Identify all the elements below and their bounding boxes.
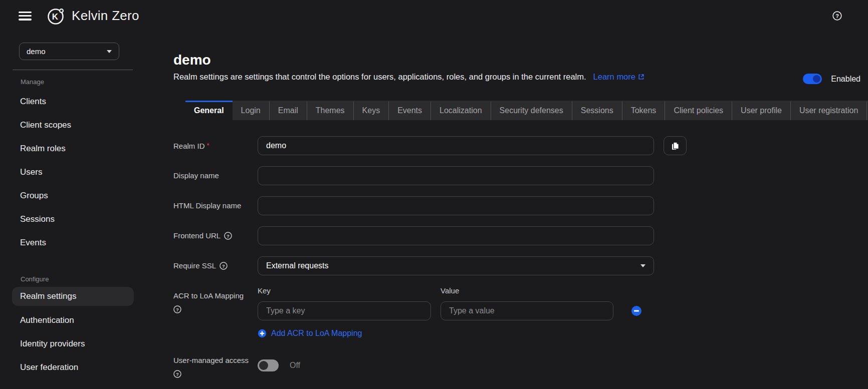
svg-text:?: ? <box>176 307 179 312</box>
sidebar-item-realm-roles[interactable]: Realm roles <box>0 137 140 160</box>
realm-selector-value: demo <box>27 47 46 56</box>
tab-email[interactable]: Email <box>269 101 307 120</box>
kelvin-zero-logo-icon: K <box>46 6 66 26</box>
tab-localization[interactable]: Localization <box>430 101 491 120</box>
acr-key-header: Key <box>258 286 431 295</box>
frontend-url-row: Frontend URL? <box>173 226 868 245</box>
svg-text:?: ? <box>176 371 179 377</box>
tab-user-profile[interactable]: User profile <box>732 101 790 120</box>
require-ssl-label: Require SSL? <box>173 256 258 275</box>
tab-login[interactable]: Login <box>233 101 269 120</box>
copy-icon <box>671 141 680 151</box>
svg-text:?: ? <box>835 13 839 19</box>
nav-section-configure: Configure <box>21 275 140 283</box>
plus-circle-icon <box>258 329 267 338</box>
sidebar-item-authentication[interactable]: Authentication <box>0 308 140 332</box>
sidebar-item-clients[interactable]: Clients <box>0 90 140 113</box>
toggle-knob <box>259 361 268 370</box>
help-icon[interactable]: ? <box>832 11 842 21</box>
chevron-down-icon <box>107 50 112 53</box>
tab-keys[interactable]: Keys <box>353 101 389 120</box>
sidebar: demo Manage Clients Client scopes Realm … <box>0 32 140 389</box>
remove-acr-mapping-button[interactable] <box>631 305 642 316</box>
page-header: demo Realm settings are settings that co… <box>173 53 868 82</box>
user-managed-access-toggle[interactable] <box>258 359 279 371</box>
require-ssl-help-icon[interactable]: ? <box>220 262 228 270</box>
tab-tokens[interactable]: Tokens <box>622 101 665 120</box>
tab-themes[interactable]: Themes <box>307 101 353 120</box>
add-acr-mapping-link[interactable]: Add ACR to LoA Mapping <box>258 329 362 338</box>
frontend-url-label: Frontend URL? <box>173 226 258 245</box>
manage-nav: Clients Client scopes Realm roles Users … <box>0 90 140 254</box>
tab-client-policies[interactable]: Client policies <box>665 101 732 120</box>
tab-events[interactable]: Events <box>388 101 430 120</box>
enabled-toggle[interactable] <box>803 74 822 84</box>
toggle-knob <box>813 75 820 83</box>
display-name-label: Display name <box>173 166 258 185</box>
tab-bar: General Login Email Themes Keys Events L… <box>185 101 868 120</box>
frontend-url-input[interactable] <box>258 226 654 245</box>
minus-circle-icon <box>631 305 642 316</box>
realm-id-input[interactable] <box>258 136 654 155</box>
display-name-input[interactable] <box>258 166 654 185</box>
acr-key-column: Key <box>258 286 431 320</box>
nav-section-manage: Manage <box>21 78 140 86</box>
required-asterisk: * <box>207 142 209 149</box>
sidebar-item-client-scopes[interactable]: Client scopes <box>0 113 140 137</box>
realm-enabled-control: Enabled <box>803 74 860 84</box>
enabled-label: Enabled <box>831 75 860 84</box>
brand-name: Kelvin Zero <box>72 8 139 24</box>
require-ssl-selected-value: External requests <box>266 261 329 270</box>
display-name-row: Display name <box>173 166 868 185</box>
main-content: demo Realm settings are settings that co… <box>140 32 868 389</box>
html-display-name-row: HTML Display name <box>173 196 868 215</box>
acr-mapping-row: ACR to LoA Mapping ? Key Value <box>173 286 868 340</box>
user-managed-access-help-icon[interactable]: ? <box>173 370 181 378</box>
realm-selector[interactable]: demo <box>19 43 119 60</box>
require-ssl-select[interactable]: External requests <box>258 256 654 275</box>
svg-text:?: ? <box>222 263 225 269</box>
frontend-url-help-icon[interactable]: ? <box>224 232 232 240</box>
tab-sessions[interactable]: Sessions <box>572 101 622 120</box>
tab-user-registration[interactable]: User registration <box>790 101 866 120</box>
acr-value-header: Value <box>441 286 613 295</box>
realm-id-label: Realm ID* <box>173 136 258 155</box>
realm-id-row: Realm ID* <box>173 136 868 155</box>
sidebar-item-users[interactable]: Users <box>0 160 140 184</box>
page-description: Realm settings are settings that control… <box>173 72 868 82</box>
configure-nav: Realm settings Authentication Identity p… <box>0 287 140 379</box>
copy-button[interactable] <box>664 136 687 155</box>
learn-more-link[interactable]: Learn more <box>593 72 644 81</box>
acr-value-input[interactable] <box>441 301 613 320</box>
acr-mapping-help-icon[interactable]: ? <box>173 305 181 313</box>
user-managed-access-state: Off <box>290 361 300 370</box>
sidebar-item-sessions[interactable]: Sessions <box>0 207 140 231</box>
sidebar-item-groups[interactable]: Groups <box>0 184 140 207</box>
acr-key-input[interactable] <box>258 301 431 320</box>
acr-value-column: Value <box>441 286 613 320</box>
page-description-text: Realm settings are settings that control… <box>173 72 586 81</box>
svg-text:?: ? <box>227 233 230 239</box>
sidebar-item-identity-providers[interactable]: Identity providers <box>0 332 140 355</box>
chevron-down-icon <box>640 264 645 267</box>
brand: K Kelvin Zero <box>46 6 139 26</box>
html-display-name-input[interactable] <box>258 196 654 215</box>
general-settings-form: Realm ID* Display name HTML Display name <box>173 136 868 378</box>
hamburger-menu-icon[interactable] <box>19 12 32 21</box>
sidebar-item-user-federation[interactable]: User federation <box>0 355 140 379</box>
external-link-icon <box>638 74 644 80</box>
topbar: K Kelvin Zero ? <box>0 0 868 32</box>
require-ssl-row: Require SSL? External requests <box>173 256 868 275</box>
sidebar-item-events[interactable]: Events <box>0 231 140 254</box>
tab-security-defenses[interactable]: Security defenses <box>491 101 572 120</box>
sidebar-item-realm-settings[interactable]: Realm settings <box>12 287 134 306</box>
tab-general[interactable]: General <box>185 101 233 120</box>
page-title: demo <box>173 53 868 68</box>
user-managed-access-row: User-managed access ? Off <box>173 351 868 378</box>
user-managed-access-label: User-managed access ? <box>173 351 258 378</box>
html-display-name-label: HTML Display name <box>173 196 258 215</box>
acr-mapping-label: ACR to LoA Mapping ? <box>173 286 258 340</box>
sidebar-divider <box>13 70 133 70</box>
svg-text:K: K <box>52 12 59 22</box>
